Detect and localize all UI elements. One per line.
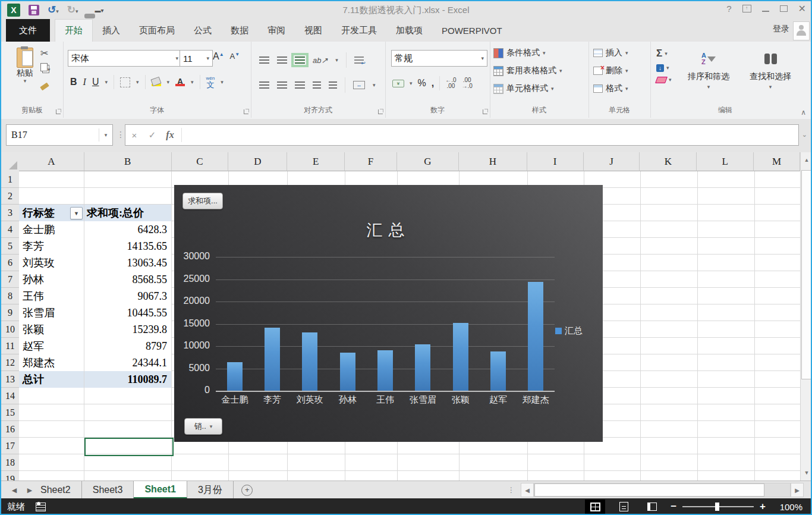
number-dialog-launcher-icon[interactable]: [483, 109, 487, 114]
row-header-8[interactable]: 8: [1, 288, 19, 304]
increase-font-size-icon[interactable]: A▲: [213, 51, 224, 62]
row-header-7[interactable]: 7: [1, 271, 19, 288]
pivot-value-cell[interactable]: 14135.65: [84, 238, 172, 255]
pivot-filter-icon[interactable]: ▼: [70, 207, 83, 219]
find-select-button[interactable]: 查找和选择 ▾: [741, 46, 800, 90]
row-header-14[interactable]: 14: [1, 388, 19, 404]
row-header-11[interactable]: 11: [1, 338, 19, 354]
clipboard-dialog-launcher-icon[interactable]: [56, 109, 61, 114]
alignment-dialog-launcher-icon[interactable]: [378, 109, 383, 114]
underline-button[interactable]: U: [92, 77, 99, 87]
name-box[interactable]: B17 ▾: [6, 124, 113, 146]
scroll-left-icon[interactable]: ◀: [521, 483, 534, 497]
format-cells-button[interactable]: 格式▾: [593, 83, 628, 94]
scroll-up-icon[interactable]: ▲: [801, 152, 812, 168]
borders-dropdown-icon[interactable]: ▾: [136, 80, 139, 85]
find-select-dropdown-icon[interactable]: ▾: [769, 84, 772, 90]
row-header-4[interactable]: 4: [1, 221, 19, 238]
zoom-out-icon[interactable]: −: [671, 501, 676, 513]
row-header-10[interactable]: 10: [1, 321, 19, 338]
zoom-slider-handle[interactable]: [715, 503, 719, 511]
fill-button[interactable]: ↓▾: [656, 64, 669, 72]
next-sheet-icon[interactable]: ▶: [21, 481, 38, 499]
cell-styles-button[interactable]: 单元格样式▾: [493, 83, 554, 94]
font-size-combo[interactable]: 11▾: [180, 50, 213, 67]
page-layout-view-button[interactable]: [613, 500, 634, 514]
cut-icon[interactable]: ✂: [40, 48, 48, 59]
column-header-H[interactable]: H: [459, 152, 527, 171]
format-painter-icon[interactable]: [40, 81, 49, 90]
chart-bar-张雪眉[interactable]: [415, 344, 430, 391]
chart-bar-李芳[interactable]: [265, 328, 280, 391]
phonetic-dropdown-icon[interactable]: ▾: [221, 80, 224, 85]
conditional-formatting-button[interactable]: 条件格式▾: [493, 48, 546, 58]
fill-color-button[interactable]: [152, 78, 161, 86]
row-header-13[interactable]: 13: [1, 371, 19, 388]
scroll-right-icon[interactable]: ▶: [791, 483, 804, 497]
horizontal-scroll-thumb[interactable]: [534, 483, 764, 497]
align-top-icon[interactable]: [259, 56, 269, 64]
align-bottom-icon[interactable]: [295, 56, 305, 64]
ribbon-tab-4[interactable]: 公式: [184, 19, 221, 42]
sign-in-link[interactable]: 登录: [773, 24, 789, 34]
decrease-font-size-icon[interactable]: A▼: [230, 52, 240, 61]
pivot-name-cell[interactable]: 郑建杰: [19, 354, 84, 371]
pivot-name-cell[interactable]: 王伟: [19, 288, 84, 304]
help-icon[interactable]: ?: [726, 4, 731, 14]
chart-bar-金士鹏[interactable]: [227, 362, 243, 391]
pivot-name-cell[interactable]: 张颖: [19, 321, 84, 338]
pivot-name-cell[interactable]: 刘英玫: [19, 255, 84, 271]
borders-icon[interactable]: [120, 77, 130, 87]
new-sheet-button[interactable]: +: [234, 481, 261, 499]
row-header-17[interactable]: 17: [1, 438, 19, 454]
normal-view-button[interactable]: [585, 500, 605, 514]
row-header-19[interactable]: 19: [1, 471, 19, 481]
bold-button[interactable]: B: [70, 77, 77, 87]
align-middle-icon[interactable]: [277, 56, 287, 64]
ribbon-tab-file[interactable]: 文件: [6, 19, 50, 42]
pivot-value-cell[interactable]: 15239.8: [84, 321, 172, 338]
chart-bar-张颖[interactable]: [453, 323, 468, 391]
sheet-tab-Sheet1[interactable]: Sheet1: [134, 481, 187, 499]
italic-button[interactable]: I: [83, 77, 86, 87]
ribbon-tab-home[interactable]: 开始: [55, 19, 93, 42]
row-header-2[interactable]: 2: [1, 188, 19, 205]
expand-formula-bar-icon[interactable]: ⌄: [802, 131, 807, 139]
column-header-A[interactable]: A: [19, 152, 84, 171]
pivot-name-cell[interactable]: 赵军: [19, 338, 84, 354]
ribbon-tab-7[interactable]: 视图: [295, 19, 332, 42]
select-all-corner[interactable]: [1, 152, 20, 172]
active-cell-b17[interactable]: [84, 438, 174, 456]
avatar[interactable]: [793, 21, 810, 40]
horizontal-scrollbar[interactable]: ⋮ ◀ ▶: [508, 483, 804, 497]
chart-bar-刘英玫[interactable]: [302, 332, 317, 391]
column-header-K[interactable]: K: [640, 152, 697, 171]
column-header-E[interactable]: E: [287, 152, 345, 171]
row-header-6[interactable]: 6: [1, 255, 19, 271]
pivot-value-cell[interactable]: 9067.3: [84, 288, 172, 304]
accounting-dropdown-icon[interactable]: ▾: [410, 81, 413, 86]
formula-bar[interactable]: × ✓ fx: [125, 124, 799, 146]
value-field-button[interactable]: 求和项...: [182, 193, 223, 209]
align-left-icon[interactable]: [259, 81, 269, 89]
chart-bar-孙林[interactable]: [340, 353, 355, 391]
ribbon-tab-9[interactable]: 加载项: [386, 19, 432, 42]
ribbon-tab-6[interactable]: 审阅: [258, 19, 295, 42]
ribbon-tab-10[interactable]: POWERPIVOT: [432, 19, 512, 42]
number-format-dropdown-icon[interactable]: ▾: [481, 56, 484, 61]
column-header-D[interactable]: D: [228, 152, 287, 171]
row-header-18[interactable]: 18: [1, 454, 19, 471]
horizontal-scroll-track[interactable]: [534, 483, 791, 497]
pivot-value-cell[interactable]: 8797: [84, 338, 172, 354]
vertical-scrollbar[interactable]: ▲ ▼: [800, 152, 812, 481]
maximize-icon[interactable]: [780, 5, 788, 12]
orientation-icon[interactable]: ab↗: [313, 56, 328, 65]
row-header-12[interactable]: 12: [1, 354, 19, 371]
page-break-view-button[interactable]: [642, 500, 662, 514]
row-header-16[interactable]: 16: [1, 421, 19, 438]
merge-dropdown-icon[interactable]: ▾: [373, 83, 376, 88]
chart-bar-赵军[interactable]: [490, 351, 506, 391]
sheet-tab-Sheet3[interactable]: Sheet3: [82, 481, 134, 499]
zoom-in-icon[interactable]: +: [760, 501, 766, 513]
pivot-value-cell[interactable]: 6428.3: [84, 221, 172, 238]
